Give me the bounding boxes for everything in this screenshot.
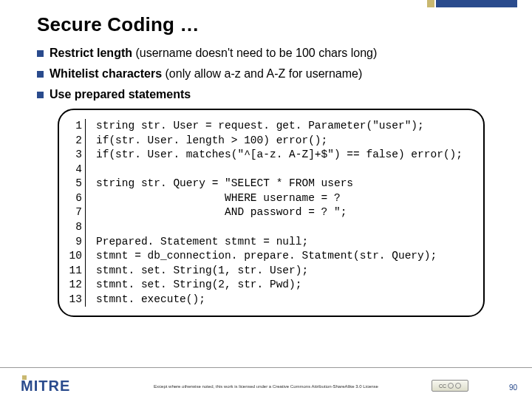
bullet-rest: (username doesn't need to be 100 chars l… [132,47,377,59]
bullet-square-icon [37,50,44,57]
bullet-item: Whitelist characters (only allow a-z and… [37,67,505,81]
bullet-text: Use prepared statements [50,88,191,101]
cc-by-icon [448,383,454,389]
cc-label: CC [439,383,446,389]
accent-blue [436,0,517,7]
bullet-text: Restrict length (username doesn't need t… [50,47,377,60]
bullet-item: Restrict length (username doesn't need t… [37,47,505,60]
bullet-list: Restrict length (username doesn't need t… [37,47,505,101]
cc-badge-icon: CC [432,380,468,392]
top-accent [427,0,517,7]
cc-sa-icon [455,383,461,389]
slide-body: Secure Coding … Restrict length (usernam… [0,0,532,317]
code-body: string str. User = request. get. Paramet… [86,119,463,307]
logo-text: MITRE [21,378,70,395]
bullet-bold: Use prepared statements [50,88,191,100]
bullet-square-icon [37,92,44,98]
logo-square-icon [22,375,27,380]
code-box: 1 2 3 4 5 6 7 8 9 10 11 12 13 string str… [58,109,485,317]
bullet-text: Whitelist characters (only allow a-z and… [50,67,362,81]
bullet-square-icon [37,71,44,78]
bullet-rest: (only allow a-z and A-Z for username) [162,67,362,80]
bullet-bold: Whitelist characters [50,67,162,80]
slide-title: Secure Coding … [37,13,505,36]
accent-gold [427,0,434,7]
footer: MITRE Except where otherwise noted, this… [0,368,532,399]
page-number: 90 [509,383,517,392]
line-numbers: 1 2 3 4 5 6 7 8 9 10 11 12 13 [65,119,86,307]
license-text: Except where otherwise noted, this work … [154,384,378,389]
bullet-item: Use prepared statements [37,88,505,101]
mitre-logo: MITRE [21,378,70,395]
bullet-bold: Restrict length [50,47,132,59]
